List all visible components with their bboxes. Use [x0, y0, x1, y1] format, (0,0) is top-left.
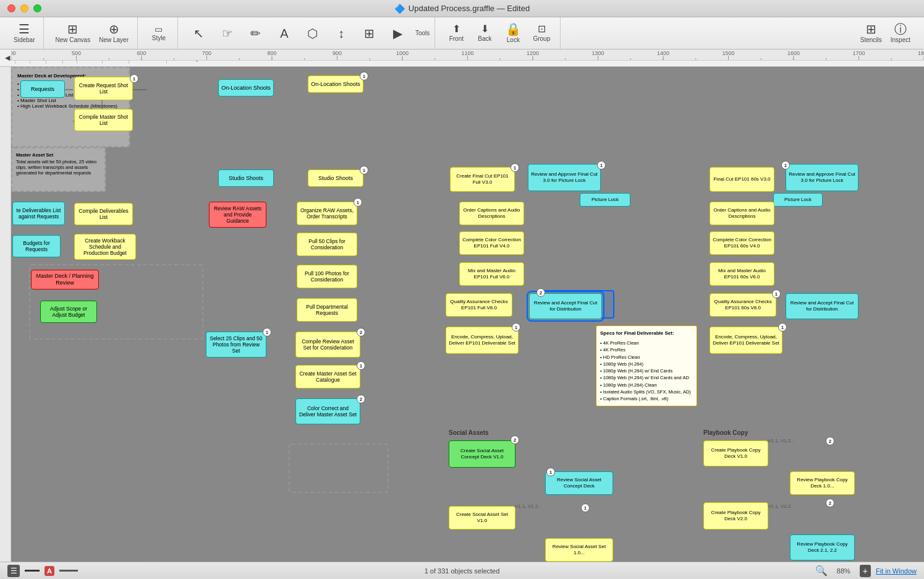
front-button[interactable]: ⬆ Front: [443, 20, 470, 47]
line-indicator: [59, 570, 78, 572]
pull-departmental[interactable]: Pull Departmental Requests: [297, 298, 357, 322]
badge-60s-rafc: 1: [781, 161, 790, 169]
review-playbook-21[interactable]: Review Playbook Copy Deck 2.1, 2.2: [790, 534, 855, 560]
sidebar-toggle[interactable]: ☰: [7, 565, 20, 577]
tools-label: Tools: [415, 30, 430, 36]
window-title: Updated Process.graffle — Edited: [409, 4, 530, 13]
requests-node[interactable]: Requests: [20, 80, 65, 98]
connection-tool[interactable]: ↕: [328, 20, 355, 47]
color-correction-full[interactable]: Complete Color Correction EP101 Full V4.…: [459, 231, 524, 255]
studio-shoots-right[interactable]: Studio Shoots: [308, 169, 363, 187]
text-tool[interactable]: A: [271, 20, 298, 47]
more-tools[interactable]: ▶: [384, 20, 412, 47]
connection-icon: ↕: [338, 27, 344, 40]
review-social-set-10[interactable]: Review Social Asset Set 1.0...: [545, 538, 613, 562]
create-workback-schedule[interactable]: Create Workback Schedule and Production …: [74, 234, 136, 260]
fit-window-button[interactable]: Fit in Window: [876, 567, 917, 575]
review-accept-final-cut-full[interactable]: Review and Accept Final Cut for Distribu…: [529, 293, 602, 319]
zoom-level[interactable]: 88%: [833, 567, 855, 575]
mix-master-audio-60s[interactable]: Mix and Master Audio EP101 60s V6.0: [710, 262, 774, 286]
compile-deliverables-list[interactable]: Compile Deliverables List: [74, 203, 133, 225]
canvas-area[interactable]: Requests Create Request Shot List 1 Comp…: [11, 67, 924, 562]
compile-master-shot-list[interactable]: Compile Master Shot List: [74, 109, 133, 131]
pen-tool[interactable]: ✏: [242, 20, 269, 47]
select-tool[interactable]: ↖: [185, 20, 213, 47]
create-playbook-v2[interactable]: Create Playbook Copy Deck V2.0: [703, 502, 768, 530]
select-25-clips[interactable]: Select 25 Clips and 50 Photos from Revie…: [206, 332, 266, 358]
browse-tool[interactable]: ☞: [214, 20, 241, 47]
group-icon: ⊡: [538, 24, 546, 34]
order-captions-full[interactable]: Order Captions and Audio Descriptions: [459, 202, 524, 225]
review-approve-final-cut-full[interactable]: Review and Approve Final Cut 3.0 for Pic…: [528, 164, 601, 191]
create-social-set-v1[interactable]: Create Social Asset Set V1.0: [449, 506, 515, 530]
review-playbook-10[interactable]: Review Playbook Copy Deck 1.0...: [790, 471, 855, 495]
zoom-out-button[interactable]: 🔍: [815, 565, 828, 577]
mix-master-audio-full[interactable]: Mix and Master Audio EP101 Full V6.0: [459, 262, 524, 286]
traffic-lights: [7, 4, 41, 12]
group-label: Group: [533, 35, 550, 42]
qa-checks-full[interactable]: Quality Assurance Checks EP101 Full V8.0: [446, 293, 512, 317]
close-button[interactable]: [7, 4, 15, 12]
on-location-shoots-left[interactable]: On-Location Shoots: [218, 79, 274, 96]
master-deck-planning[interactable]: Master Deck / Planning Review: [31, 270, 99, 290]
social-assets-label: Social Assets: [449, 429, 489, 436]
canvas-layer-group: ⊞ New Canvas ⊕ New Layer: [46, 17, 138, 49]
stencils-button[interactable]: ⊞ Stencils: [857, 20, 886, 47]
create-request-shot-list-node[interactable]: Create Request Shot List: [74, 77, 133, 100]
adjust-scope[interactable]: Adjust Scope or Adjust Budget: [40, 301, 97, 323]
inspect-button[interactable]: ⓘ Inspect: [887, 20, 914, 47]
front-label: Front: [449, 35, 464, 42]
color-correction-60s[interactable]: Complete Color Correction EP101 60s V4.0: [710, 231, 774, 255]
table-tool[interactable]: ⊞: [356, 20, 383, 47]
create-social-concept[interactable]: Create Social Asset Concept Deck V1.0: [449, 440, 515, 468]
encode-compress-full[interactable]: Encode, Compress, Upload, Deliver EP101 …: [446, 327, 519, 354]
create-master-asset-catalogue[interactable]: Create Master Asset Set Catalogue: [295, 365, 360, 388]
badge-fc: 1: [511, 163, 519, 172]
color-correct-deliver[interactable]: Color Correct and Deliver Master Asset S…: [295, 398, 360, 424]
picture-lock[interactable]: Picture Lock: [580, 193, 630, 207]
badge-comp: 2: [357, 328, 365, 337]
deliverables-list-node[interactable]: te Deliverables List against Requests: [12, 202, 65, 225]
on-location-shoots-right[interactable]: On-Location Shoots: [308, 75, 363, 93]
toolbar: ☰ Sidebar ⊞ New Canvas ⊕ New Layer ▭ Sty…: [0, 17, 924, 49]
qa-checks-60s[interactable]: Quality Assurance Checks EP101 60s V8.0: [710, 293, 776, 317]
review-social-concept[interactable]: Review Social Asset Concept Deck: [545, 471, 613, 495]
organize-raw-assets[interactable]: Organize RAW Assets, Order Transcripts: [297, 202, 357, 225]
new-canvas-button[interactable]: ⊞ New Canvas: [51, 20, 94, 47]
group-button[interactable]: ⊡ Group: [528, 20, 555, 47]
inspect-icon: ⓘ: [894, 23, 907, 35]
playbook-copy-label: Playbook Copy: [703, 429, 748, 436]
badge-rafc: 1: [597, 161, 606, 169]
maximize-button[interactable]: [33, 4, 41, 12]
review-accept-60s[interactable]: Review and Accept Final Cut for Distribu…: [786, 293, 858, 319]
style-button[interactable]: ▭ Style: [145, 20, 172, 47]
pull-100-photos[interactable]: Pull 100 Photos for Consideration: [297, 265, 357, 288]
budgets-requests[interactable]: Budgets for Requests: [12, 235, 61, 257]
pull-50-clips[interactable]: Pull 50 Clips for Consideration: [297, 233, 357, 256]
svg-rect-5: [289, 444, 388, 492]
minimize-button[interactable]: [20, 4, 28, 12]
shape-tool[interactable]: ⬡: [299, 20, 326, 47]
zoom-in-button[interactable]: +: [860, 565, 871, 577]
t2-nav-left[interactable]: ◀: [5, 54, 10, 62]
master-asset-box: Master Asset Set Total assets will be 50…: [11, 147, 106, 192]
v21-pb-label: V2.1, V2.2: [768, 504, 790, 509]
review-approve-final-cut-60s[interactable]: Review and Approve Final Cut 3.0 for Pic…: [786, 164, 858, 191]
lock-button[interactable]: 🔒 Lock: [499, 20, 527, 47]
back-button[interactable]: ⬇ Back: [471, 20, 498, 47]
line-style-picker[interactable]: [25, 570, 40, 572]
encode-60s[interactable]: Encode, Compress, Upload, Deliver EP101 …: [710, 327, 782, 354]
review-raw-assets[interactable]: Review RAW Assets and Provide Guidance: [209, 202, 266, 228]
new-layer-button[interactable]: ⊕ New Layer: [95, 20, 132, 47]
compile-review-asset[interactable]: Compile Review Asset Set for Considerati…: [295, 332, 360, 358]
create-playbook-v1[interactable]: Create Playbook Copy Deck V1.0: [703, 440, 768, 466]
sidebar-button[interactable]: ☰ Sidebar: [10, 20, 38, 47]
picture-lock-60s[interactable]: Picture Lock: [773, 193, 823, 207]
final-cut-ep101-full-v3[interactable]: Create Final Cut EP101 Full V3.0: [450, 167, 515, 192]
studio-shoots-left[interactable]: Studio Shoots: [218, 169, 274, 187]
final-cut-ep101-60s-v3[interactable]: Final Cut EP101 60s V3.0: [710, 167, 774, 192]
order-captions-60s[interactable]: Order Captions and Audio Descriptions: [710, 202, 774, 225]
text-label-indicator[interactable]: A: [45, 566, 54, 576]
badge-rafc2: 2: [536, 288, 545, 297]
sidebar-group: ☰ Sidebar: [5, 17, 44, 49]
